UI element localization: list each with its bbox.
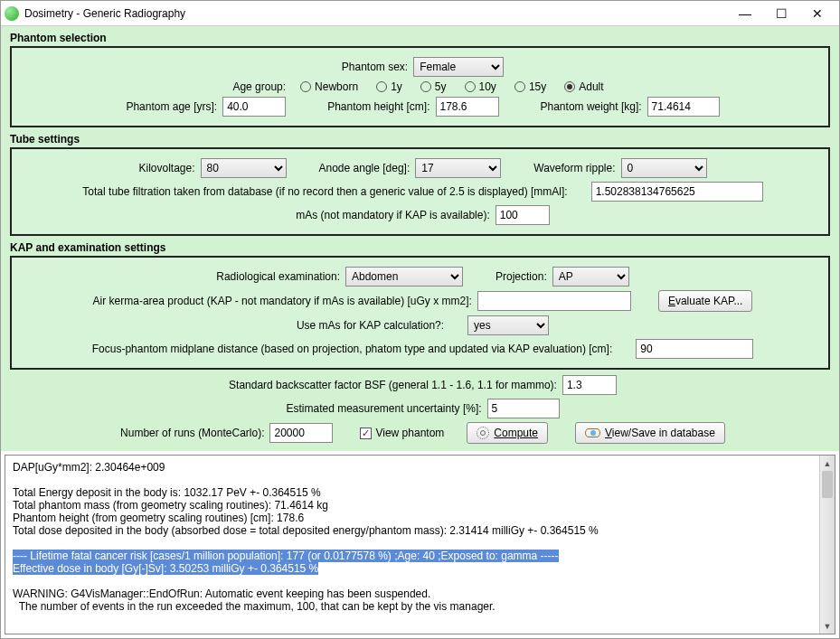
anode-select[interactable]: 17 <box>415 158 501 178</box>
age-radio-5y[interactable]: 5y <box>420 80 447 93</box>
gear-icon <box>477 427 489 439</box>
filtration-label: Total tube filtration taken from databas… <box>82 185 567 198</box>
kap-label: Air kerma-area product (KAP - not mandat… <box>93 295 472 307</box>
focus-input[interactable] <box>636 339 753 359</box>
phantom-sex-label: Phantom sex: <box>342 61 408 73</box>
eye-icon <box>585 428 600 437</box>
titlebar: Dosimetry - Generic Radiography — ☐ ✕ <box>1 1 839 26</box>
runs-label: Number of runs (MonteCarlo): <box>120 427 264 439</box>
radio-icon <box>420 81 431 92</box>
uncertainty-label: Estimated measurement uncertainty [%]: <box>286 402 481 415</box>
phantom-height-input[interactable] <box>436 97 499 117</box>
window-title: Dosimetry - Generic Radiography <box>24 7 727 20</box>
app-icon <box>5 6 19 21</box>
kv-label: Kilovoltage: <box>138 162 194 174</box>
age-radio-adult[interactable]: Adult <box>564 80 603 93</box>
age-group-radio-group: Newborn1y5y10y15yAdult <box>291 80 612 93</box>
age-group-row: Age group: Newborn1y5y10y15yAdult <box>19 80 821 93</box>
phantom-sex-select[interactable]: Female <box>413 57 504 77</box>
radio-icon <box>376 81 387 92</box>
phantom-age-label: Phantom age [yrs]: <box>126 100 217 113</box>
minimize-button[interactable]: — <box>727 3 763 24</box>
phantom-weight-label: Phantom weight [kg]: <box>541 100 642 113</box>
phantom-height-label: Phantom height [cm]: <box>327 100 429 113</box>
output-text[interactable]: DAP[uGy*mm2]: 2.30464e+009 Total Energy … <box>5 456 819 634</box>
focus-label: Focus-phantom midplane distance (based o… <box>92 343 612 355</box>
scroll-thumb[interactable] <box>822 471 833 498</box>
radio-icon <box>564 81 575 92</box>
close-button[interactable]: ✕ <box>799 3 835 24</box>
bsf-input[interactable] <box>562 375 617 395</box>
uncertainty-input[interactable] <box>487 399 560 418</box>
compute-button[interactable]: Compute <box>467 422 548 444</box>
filtration-input[interactable] <box>591 182 763 202</box>
radio-icon <box>300 81 311 92</box>
kap-section-title: KAP and examination settings <box>10 241 830 254</box>
ripple-select[interactable]: 0 <box>621 158 707 178</box>
phantom-panel: Phantom sex: Female Age group: Newborn1y… <box>10 46 830 127</box>
age-radio-15y[interactable]: 15y <box>514 80 546 93</box>
tube-section-title: Tube settings <box>10 133 830 146</box>
exam-label: Radiological examination: <box>216 270 340 283</box>
scroll-down-icon[interactable]: ▼ <box>820 618 835 634</box>
mas-label: mAs (not mandatory if KAP is available): <box>296 209 490 221</box>
age-group-label: Age group: <box>232 80 286 93</box>
anode-label: Anode angle [deg]: <box>319 162 411 174</box>
radio-icon <box>514 81 525 92</box>
kap-panel: Radiological examination: Abdomen Projec… <box>10 256 830 370</box>
age-radio-newborn[interactable]: Newborn <box>300 80 358 93</box>
output-scrollbar[interactable]: ▲ ▼ <box>819 456 835 634</box>
kap-input[interactable] <box>477 291 631 311</box>
view-save-button[interactable]: View/Save in database <box>575 422 725 444</box>
tube-panel: Kilovoltage: 80 Anode angle [deg]: 17 Wa… <box>10 147 830 236</box>
mas-input[interactable] <box>496 205 550 225</box>
phantom-weight-input[interactable] <box>647 97 720 117</box>
use-mas-label: Use mAs for KAP calculation?: <box>297 319 444 332</box>
phantom-section-title: Phantom selection <box>10 32 830 44</box>
age-radio-10y[interactable]: 10y <box>465 80 496 93</box>
proj-label: Projection: <box>496 270 547 283</box>
view-phantom-checkbox[interactable]: ✓View phantom <box>360 427 444 439</box>
output-panel: DAP[uGy*mm2]: 2.30464e+009 Total Energy … <box>5 455 835 634</box>
proj-select[interactable]: AP <box>552 267 629 287</box>
use-mas-select[interactable]: yes <box>467 315 549 335</box>
bsf-label: Standard backscatter factor BSF (general… <box>229 379 557 391</box>
evaluate-kap-button[interactable]: Evaluate KAP... <box>658 290 753 312</box>
radio-icon <box>465 81 476 92</box>
maximize-button[interactable]: ☐ <box>763 3 799 24</box>
view-phantom-label: View phantom <box>375 427 444 439</box>
config-area: Phantom selection Phantom sex: Female Ag… <box>1 26 839 451</box>
exam-select[interactable]: Abdomen <box>345 267 463 287</box>
phantom-age-input[interactable] <box>222 97 286 117</box>
ripple-label: Waveform ripple: <box>533 162 615 174</box>
kv-select[interactable]: 80 <box>201 158 287 178</box>
scroll-up-icon[interactable]: ▲ <box>820 456 835 471</box>
runs-input[interactable] <box>269 423 333 443</box>
age-radio-1y[interactable]: 1y <box>376 80 402 93</box>
